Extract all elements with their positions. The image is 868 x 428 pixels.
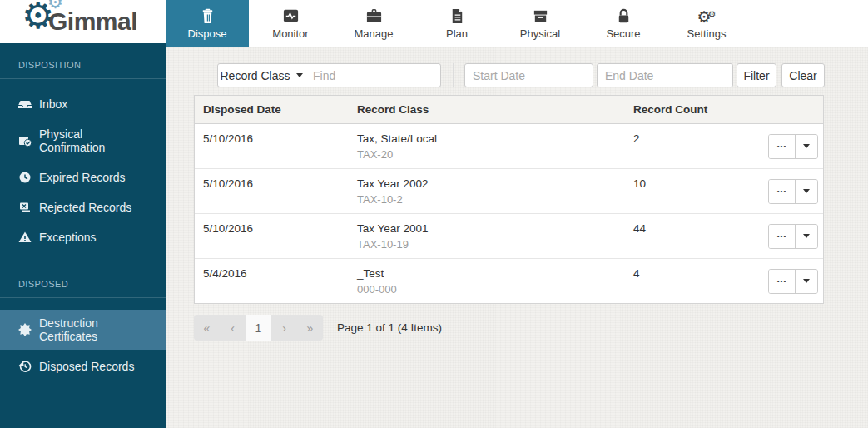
nav-tab-label: Manage: [355, 27, 394, 40]
nav-tab-label: Monitor: [272, 27, 308, 40]
filter-button[interactable]: Filter: [737, 63, 776, 87]
row-dropdown-button[interactable]: [796, 180, 817, 203]
pagination: « ‹ 1 › » Page 1 of 1 (4 Items): [194, 315, 868, 341]
logo-gear-small-icon: ⚙: [47, 0, 63, 12]
sidebar-item-label: Destruction Certificates: [39, 316, 147, 343]
column-header-record-count: Record Count: [625, 96, 758, 123]
sidebar-item-inbox[interactable]: Inbox: [0, 91, 166, 117]
history-icon: [18, 360, 32, 373]
end-date-input[interactable]: [597, 63, 733, 87]
nav-tab-label: Plan: [446, 27, 468, 40]
caret-down-icon: [803, 189, 810, 193]
record-class-dropdown-label: Record Class: [220, 69, 290, 82]
sidebar-item-label: Rejected Records: [39, 201, 131, 214]
row-actions: •••: [768, 179, 823, 204]
document-icon: [449, 7, 466, 25]
nav-tab-manage[interactable]: Manage: [332, 0, 415, 47]
sidebar-item-disposed-records[interactable]: Disposed Records: [0, 353, 166, 380]
record-class-code: TAX-20: [357, 148, 625, 161]
record-class-name: Tax Year 2001: [357, 222, 625, 235]
next-page-button[interactable]: ›: [271, 315, 297, 341]
record-class-cell: _Test 000-000: [349, 259, 625, 303]
column-header-record-class: Record Class: [349, 96, 625, 123]
sidebar-item-destruction-certificates[interactable]: Destruction Certificates: [0, 310, 166, 350]
page-summary: Page 1 of 1 (4 Items): [337, 321, 442, 334]
nav-tab-settings[interactable]: ⚙⚙ Settings: [665, 0, 748, 47]
start-date-input[interactable]: [464, 63, 593, 87]
nav-tab-label: Physical: [520, 27, 560, 40]
record-class-dropdown-button[interactable]: Record Class: [217, 63, 305, 87]
nav-tab-dispose[interactable]: Dispose: [166, 0, 249, 47]
row-dropdown-button[interactable]: [796, 135, 817, 158]
row-dropdown-button[interactable]: [796, 270, 817, 293]
monitor-icon: [282, 7, 300, 25]
sidebar-item-label: Exceptions: [39, 231, 96, 244]
disposed-date-cell: 5/10/2016: [195, 124, 349, 152]
record-count-cell: 44: [625, 214, 758, 242]
record-class-cell: Tax, State/Local TAX-20: [349, 124, 625, 168]
disposed-date-cell: 5/10/2016: [195, 214, 349, 242]
sidebar-item-physical-confirmation[interactable]: Physical Confirmation: [0, 121, 166, 161]
seal-icon: [18, 323, 32, 336]
more-actions-button[interactable]: •••: [769, 225, 796, 248]
sidebar-section-disposed: DISPOSED Destruction Certificates Dispos…: [0, 254, 166, 380]
sidebar: DISPOSITION Inbox Physical Confirmation …: [0, 43, 166, 428]
warning-triangle-icon: [18, 231, 32, 244]
nav-tab-label: Dispose: [188, 27, 227, 40]
table-row: 5/4/2016 _Test 000-000 4 •••: [195, 259, 823, 303]
row-actions: •••: [768, 269, 823, 294]
record-class-cell: Tax Year 2002 TAX-10-2: [349, 169, 625, 213]
column-header-actions: [758, 96, 823, 123]
clear-button[interactable]: Clear: [781, 63, 825, 87]
previous-page-button[interactable]: ‹: [220, 315, 246, 341]
table-header-row: Disposed Date Record Class Record Count: [195, 96, 823, 124]
sidebar-item-label: Physical Confirmation: [39, 127, 147, 154]
table-row: 5/10/2016 Tax Year 2002 TAX-10-2 10 •••: [195, 169, 823, 214]
last-page-button[interactable]: »: [297, 315, 323, 341]
trash-icon: [199, 7, 216, 25]
nav-tab-plan[interactable]: Plan: [415, 0, 498, 47]
sidebar-list: Inbox Physical Confirmation Expired Reco…: [0, 79, 166, 251]
left-column: ⚙ ⚙ Gimmal DISPOSITION Inbox Physical Co…: [0, 0, 166, 428]
sidebar-item-label: Expired Records: [39, 171, 126, 184]
nav-tab-label: Secure: [606, 27, 640, 40]
more-actions-button[interactable]: •••: [769, 270, 796, 293]
nav-tab-secure[interactable]: Secure: [582, 0, 665, 47]
clock-icon: [18, 171, 32, 184]
sidebar-section-disposition: DISPOSITION Inbox Physical Confirmation …: [0, 43, 166, 251]
row-action-button-group: •••: [768, 134, 818, 159]
briefcase-icon: [365, 7, 383, 25]
table-row: 5/10/2016 Tax, State/Local TAX-20 2 •••: [195, 124, 823, 169]
record-count-cell: 4: [625, 259, 758, 287]
record-count-cell: 10: [625, 169, 758, 197]
record-class-cell: Tax Year 2001 TAX-10-19: [349, 214, 625, 258]
table-row: 5/10/2016 Tax Year 2001 TAX-10-19 44 •••: [195, 214, 823, 259]
sidebar-section-title: DISPOSITION: [0, 43, 166, 79]
caret-down-icon: [803, 279, 810, 283]
first-page-button[interactable]: «: [194, 315, 220, 341]
caret-down-icon: [803, 234, 810, 238]
row-dropdown-button[interactable]: [796, 225, 817, 248]
brand-logo: ⚙ ⚙ Gimmal: [0, 0, 166, 43]
more-actions-button[interactable]: •••: [769, 135, 796, 158]
nav-tab-physical[interactable]: Physical: [498, 0, 582, 47]
filter-bar: Record Class Filter Clear: [217, 63, 868, 87]
box-check-icon: [18, 134, 32, 147]
sidebar-item-expired-records[interactable]: Expired Records: [0, 164, 166, 191]
box-x-icon: [18, 201, 32, 214]
row-actions: •••: [768, 224, 823, 249]
more-actions-button[interactable]: •••: [769, 180, 796, 203]
archive-box-icon: [532, 7, 549, 25]
pagination-button-group: « ‹ 1 › »: [194, 315, 323, 341]
disposed-date-cell: 5/10/2016: [195, 169, 349, 197]
top-navigation: Dispose Monitor Manage Plan: [166, 0, 868, 47]
sidebar-item-rejected-records[interactable]: Rejected Records: [0, 194, 166, 221]
gears-icon: ⚙⚙: [697, 7, 717, 25]
nav-tab-monitor[interactable]: Monitor: [249, 0, 332, 47]
find-input[interactable]: [305, 63, 441, 87]
page-number-button[interactable]: 1: [246, 315, 271, 341]
row-action-button-group: •••: [768, 269, 818, 294]
sidebar-item-exceptions[interactable]: Exceptions: [0, 224, 166, 251]
app-window: ⚙ ⚙ Gimmal DISPOSITION Inbox Physical Co…: [0, 0, 868, 428]
right-column: Dispose Monitor Manage Plan: [166, 0, 868, 428]
